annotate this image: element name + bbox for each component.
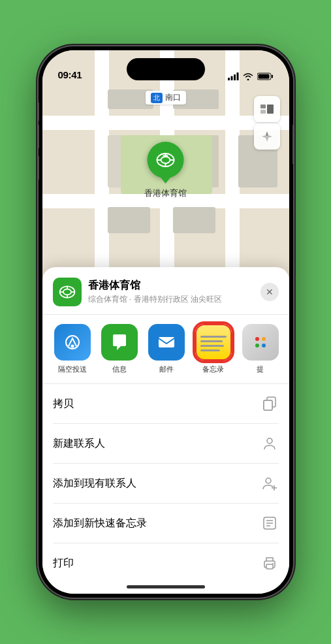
action-new-contact-label: 新建联系人 — [53, 437, 105, 451]
action-add-existing-label: 添加到现有联系人 — [53, 477, 136, 491]
dynamic-island — [127, 58, 205, 80]
pin-icon — [148, 142, 184, 178]
mail-icon — [148, 324, 185, 361]
status-time: 09:41 — [58, 69, 82, 80]
notes-line — [200, 340, 223, 342]
share-item-mail[interactable]: 邮件 — [143, 324, 190, 374]
compass-icon — [261, 131, 273, 142]
action-print-label: 打印 — [53, 556, 74, 570]
notes-line — [200, 345, 224, 347]
notes-icon — [195, 324, 232, 361]
map-controls — [254, 96, 280, 150]
action-add-notes[interactable]: 添加到新快速备忘录 — [53, 504, 279, 543]
svg-point-11 — [161, 157, 170, 163]
map-icon — [260, 102, 274, 116]
svg-rect-5 — [272, 75, 273, 78]
mail-svg — [156, 332, 177, 353]
svg-point-30 — [266, 478, 271, 483]
svg-rect-28 — [264, 400, 272, 410]
volume-down-button[interactable] — [39, 156, 39, 180]
share-item-notes[interactable]: 备忘录 — [190, 324, 237, 374]
volume-up-button[interactable] — [39, 125, 39, 148]
location-name: 香港体育馆 — [88, 279, 260, 293]
message-label: 信息 — [112, 364, 127, 374]
status-icons — [228, 72, 274, 80]
location-icon — [53, 278, 82, 306]
action-print[interactable]: 打印 — [53, 543, 279, 583]
stadium-icon — [155, 150, 176, 170]
person-add-icon — [260, 474, 279, 492]
notes-lines — [197, 330, 230, 354]
action-list: 拷贝 新建联系人 — [42, 384, 289, 583]
share-item-message[interactable]: 信息 — [96, 324, 143, 374]
svg-point-24 — [71, 345, 74, 348]
pin-label: 香港体育馆 — [144, 187, 187, 199]
action-copy[interactable]: 拷贝 — [53, 384, 279, 424]
airdrop-label: 隔空投送 — [58, 364, 87, 374]
svg-point-29 — [267, 438, 272, 443]
notes-label: 备忘录 — [202, 364, 224, 374]
location-card: 香港体育馆 综合体育馆 · 香港特别行政区 油尖旺区 ✕ — [42, 267, 289, 315]
power-button[interactable] — [292, 125, 293, 164]
svg-rect-3 — [236, 72, 238, 80]
more-apps-icon — [242, 324, 279, 361]
message-svg — [109, 332, 130, 353]
share-item-airdrop[interactable]: 隔空投送 — [49, 324, 96, 374]
airdrop-icon — [54, 324, 91, 361]
share-row: 隔空投送 信息 — [42, 315, 289, 384]
stadium-pin[interactable]: 香港体育馆 — [144, 142, 187, 199]
mail-label: 邮件 — [159, 364, 174, 374]
more-label: 提 — [257, 364, 264, 374]
svg-rect-25 — [159, 337, 174, 347]
printer-icon — [260, 554, 279, 572]
map-building — [108, 207, 150, 233]
more-dot-green — [255, 344, 259, 347]
more-dot-orange — [262, 337, 266, 341]
venue-icon — [58, 283, 76, 301]
location-button[interactable] — [254, 123, 280, 150]
note-icon — [260, 514, 279, 532]
home-indicator — [127, 585, 205, 588]
svg-rect-6 — [258, 74, 269, 79]
svg-rect-2 — [234, 74, 236, 80]
action-new-contact[interactable]: 新建联系人 — [53, 424, 279, 464]
svg-rect-16 — [163, 155, 168, 157]
map-building — [173, 207, 215, 233]
close-button[interactable]: ✕ — [260, 283, 279, 301]
share-item-more[interactable]: 提 — [237, 324, 284, 374]
svg-rect-0 — [228, 78, 230, 80]
svg-rect-9 — [267, 105, 274, 114]
more-dot-blue — [262, 344, 266, 347]
svg-point-39 — [272, 563, 274, 564]
more-dot-red — [255, 337, 259, 341]
airdrop-svg — [62, 332, 83, 353]
copy-icon — [260, 394, 279, 413]
signal-icon — [228, 72, 239, 80]
action-copy-label: 拷贝 — [53, 397, 74, 411]
svg-point-18 — [63, 289, 71, 295]
silent-switch[interactable] — [39, 103, 39, 121]
bottom-sheet: 香港体育馆 综合体育馆 · 香港特别行政区 油尖旺区 ✕ 隔 — [42, 267, 289, 594]
phone-frame: 09:41 — [39, 46, 293, 598]
notes-line — [200, 349, 220, 351]
action-add-notes-label: 添加到新快速备忘录 — [53, 517, 147, 530]
svg-rect-8 — [260, 110, 266, 114]
message-icon — [101, 324, 138, 361]
map-location-label: 北 南口 — [146, 91, 186, 105]
location-info: 香港体育馆 综合体育馆 · 香港特别行政区 油尖旺区 — [88, 279, 260, 305]
location-desc: 综合体育馆 · 香港特别行政区 油尖旺区 — [88, 294, 260, 305]
battery-icon — [257, 72, 274, 80]
notes-line — [200, 336, 227, 338]
svg-rect-38 — [266, 564, 273, 569]
svg-rect-1 — [230, 76, 232, 81]
more-dots — [255, 337, 266, 347]
action-add-existing[interactable]: 添加到现有联系人 — [53, 464, 279, 504]
map-label-badge: 北 — [151, 93, 163, 103]
person-icon — [260, 434, 279, 453]
wifi-icon — [243, 72, 253, 80]
phone-screen: 09:41 — [42, 50, 289, 594]
map-type-button[interactable] — [254, 96, 280, 122]
svg-rect-7 — [260, 105, 266, 108]
